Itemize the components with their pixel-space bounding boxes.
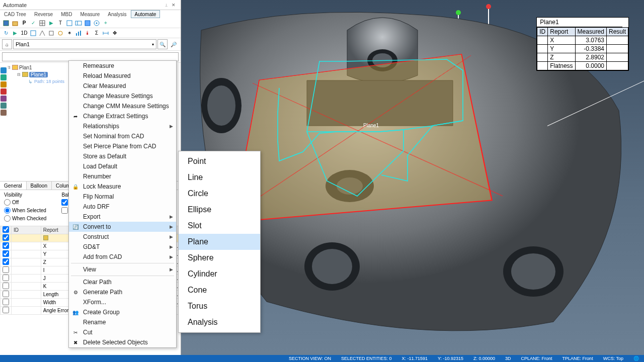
status-tplane[interactable]: TPLANE: Front — [559, 356, 596, 361]
pin-icon[interactable]: ⟂ — [163, 3, 170, 8]
ctx-xform-[interactable]: XForm... — [69, 297, 176, 307]
ctx-export[interactable]: Export▶ — [69, 212, 176, 222]
tb2-wire-icon[interactable] — [38, 29, 46, 37]
tb-frame-icon[interactable] — [65, 19, 73, 27]
ctx-gd-t[interactable]: GD&T▶ — [69, 242, 176, 252]
submenu-analysis[interactable]: Analysis — [179, 314, 260, 330]
vis-when-selected[interactable]: When Selected — [4, 207, 46, 214]
ctx-generate-path[interactable]: ⚙Generate Path — [69, 287, 176, 297]
tb-hatch-icon[interactable] — [84, 19, 92, 27]
ctx-change-extract-settings[interactable]: ➦Change Extract Settings — [69, 111, 176, 121]
ctx-convert-to[interactable]: 🔄Convert to▶ — [69, 222, 176, 232]
submenu-cylinder[interactable]: Cylinder — [179, 266, 260, 282]
feat-line-icon[interactable] — [1, 74, 7, 80]
tb-text-icon[interactable]: T — [56, 19, 64, 27]
ctx-set-nominal-from-cad[interactable]: Set Nominal from CAD — [69, 131, 176, 141]
tree-selected-feature[interactable]: Plane1 — [29, 72, 48, 77]
tb2-tool2-icon[interactable] — [56, 29, 64, 37]
submenu-ellipse[interactable]: Ellipse — [179, 202, 260, 218]
tb-gdt-icon[interactable] — [74, 19, 83, 27]
vis-when-checked[interactable]: When Checked — [4, 215, 46, 222]
tb-plus-icon[interactable]: + — [102, 19, 110, 27]
share-icon: ➦ — [72, 113, 79, 120]
status-mode[interactable]: 3D — [502, 356, 514, 361]
feat-sphere-icon[interactable] — [1, 103, 7, 109]
ctx-flip-normal[interactable]: Flip Normal — [69, 192, 176, 202]
submenu-line[interactable]: Line — [179, 169, 260, 186]
tab-cad-tree[interactable]: CAD Tree — [0, 10, 30, 18]
tb2-datum-icon[interactable] — [29, 29, 37, 37]
context-menu[interactable]: RemeasureReload MeasuredClear MeasuredCh… — [68, 60, 177, 348]
tree-root[interactable]: Plan1 — [19, 65, 32, 70]
ctx-change-measure-settings[interactable]: Change Measure Settings — [69, 91, 176, 101]
tb-target-icon[interactable] — [93, 19, 101, 27]
close-icon[interactable]: ✕ — [170, 3, 178, 8]
status-globe-icon[interactable]: 🌐 — [630, 356, 642, 361]
ctx-renumber[interactable]: Renumber — [69, 171, 176, 182]
feat-point-icon[interactable] — [1, 67, 7, 73]
tb-check-icon[interactable]: ✓ — [29, 19, 37, 27]
tab-automate[interactable]: Automate — [131, 10, 160, 18]
plan-combo[interactable]: Plan1▾ — [13, 39, 156, 49]
submenu-sphere[interactable]: Sphere — [179, 250, 260, 266]
tb-play-icon[interactable]: ▶ — [47, 19, 55, 27]
ctx-construct[interactable]: Construct▶ — [69, 232, 176, 242]
tb2-temp-icon[interactable]: 🌡 — [84, 29, 92, 37]
ctx-clear-measured[interactable]: Clear Measured — [69, 81, 176, 91]
ctx-lock-measure[interactable]: 🔒Lock Measure — [69, 182, 176, 192]
convert-to-submenu[interactable]: PointLineCircleEllipseSlotPlaneSphereCyl… — [178, 151, 261, 333]
tab-reverse[interactable]: Reverse — [30, 10, 57, 18]
ctx-delete-selected-objects[interactable]: ✖Delete Selected Objects — [69, 337, 176, 347]
vis-off[interactable]: Off — [4, 199, 46, 206]
tb2-sum-icon[interactable]: Σ — [93, 29, 101, 37]
submenu-torus[interactable]: Torus — [179, 298, 260, 314]
ctx-auto-drf[interactable]: Auto DRF — [69, 202, 176, 212]
submenu-cone[interactable]: Cone — [179, 282, 260, 298]
tb2-spark-icon[interactable]: ✶ — [65, 29, 73, 37]
ctx-relationships[interactable]: Relationships▶ — [69, 121, 176, 131]
ctx-remeasure[interactable]: Remeasure — [69, 61, 176, 71]
tb-p-icon[interactable]: P — [20, 19, 28, 27]
tb-grid-icon[interactable] — [38, 19, 46, 27]
ctx-view[interactable]: View▶ — [69, 264, 176, 275]
ctx-reload-measured[interactable]: Reload Measured — [69, 71, 176, 81]
grid-checkall[interactable] — [3, 226, 9, 233]
props-tab-balloon[interactable]: Balloon — [27, 182, 52, 190]
ctx-create-group[interactable]: 👥Create Group — [69, 307, 176, 317]
feat-cone-icon[interactable] — [1, 110, 7, 116]
zoom-button[interactable]: 🔎 — [169, 39, 179, 49]
ctx-add-from-cad[interactable]: Add from CAD▶ — [69, 252, 176, 262]
tb-open-icon[interactable] — [11, 19, 19, 27]
tb2-dim-icon[interactable] — [102, 29, 110, 37]
feat-plane-icon[interactable] — [1, 88, 7, 95]
status-cplane[interactable]: CPLANE: Front — [518, 356, 555, 361]
tb2-move-icon[interactable]: ✥ — [111, 29, 119, 37]
ctx-store-as-default[interactable]: Store as Default — [69, 151, 176, 161]
tb2-refresh-icon[interactable]: ↻ — [2, 29, 10, 37]
tb2-1d-icon[interactable]: 1D — [20, 29, 28, 37]
props-tab-general[interactable]: General — [0, 182, 27, 190]
tb2-chart-icon[interactable] — [74, 29, 83, 37]
tree-path-link[interactable]: Path: 18 points — [34, 79, 64, 84]
tab-measure[interactable]: Measure — [76, 10, 104, 18]
status-wcs[interactable]: WCS: Top — [600, 356, 626, 361]
tb2-play-icon[interactable]: ▶ — [11, 29, 19, 37]
feat-circle-icon[interactable] — [1, 81, 7, 87]
ctx-change-cmm-measure-settings[interactable]: Change CMM Measure Settings — [69, 101, 176, 111]
tb2-tool1-icon[interactable] — [47, 29, 55, 37]
submenu-circle[interactable]: Circle — [179, 186, 260, 202]
ctx-clear-path[interactable]: Clear Path — [69, 277, 176, 287]
tab-analysis[interactable]: Analysis — [104, 10, 130, 18]
ctx-cut[interactable]: ✂Cut — [69, 327, 176, 337]
feat-cyl-icon[interactable] — [1, 96, 7, 102]
ctx-load-default[interactable]: Load Default — [69, 161, 176, 171]
submenu-plane[interactable]: Plane — [179, 234, 260, 250]
tab-mbd[interactable]: MBD — [57, 10, 76, 18]
ctx-set-pierce-plane-from-cad[interactable]: Set Pierce Plane from CAD — [69, 141, 176, 151]
search-button[interactable]: 🔍 — [157, 39, 168, 49]
ctx-rename[interactable]: Rename — [69, 317, 176, 327]
submenu-slot[interactable]: Slot — [179, 218, 260, 234]
home-button[interactable]: ⌂ — [2, 39, 12, 49]
submenu-point[interactable]: Point — [179, 153, 260, 169]
tb-save-icon[interactable] — [2, 19, 10, 27]
